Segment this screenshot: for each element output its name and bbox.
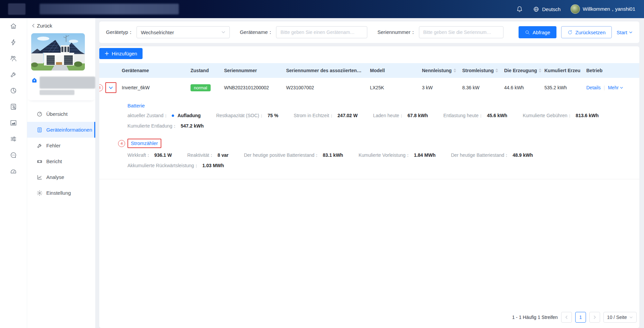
- user-menu[interactable]: Willkommen，yanshi01: [571, 4, 635, 14]
- topbar: Deutsch Willkommen，yanshi01: [0, 0, 644, 18]
- rail-statistics-button[interactable]: [10, 87, 17, 94]
- battery-section-link[interactable]: Batterie: [127, 103, 631, 108]
- pagination: 1 - 1 Häufig 1 Streifen 1 10 / Seite: [99, 312, 639, 328]
- rail-inspection-button[interactable]: [10, 103, 17, 110]
- stat-restkapazitaet: Restkapazität (SOC)： 75 %: [216, 113, 278, 119]
- annotation-box-expand: [105, 82, 116, 93]
- details-link[interactable]: Details: [586, 85, 601, 90]
- column-header-geraetename: Gerätename: [119, 68, 188, 73]
- sidebar-item-bericht[interactable]: Bericht: [27, 153, 95, 169]
- annotation-box-meter: Stromzähler: [127, 139, 161, 148]
- language-selector[interactable]: Deutsch: [533, 6, 560, 12]
- stat-wirkkraft: Wirkkraft： 936.1 W: [127, 152, 172, 158]
- sidebar-item-label: Fehler: [46, 143, 61, 148]
- team-icon: [10, 55, 17, 62]
- analysis-icon: [37, 174, 43, 180]
- serial-input[interactable]: [419, 26, 503, 38]
- device-type-select[interactable]: Wechselrichter: [137, 26, 230, 38]
- add-label: Hinzufügen: [112, 51, 137, 56]
- add-device-button[interactable]: Hinzufügen: [99, 48, 143, 59]
- device-type-label: Gerätetyp：: [106, 29, 133, 36]
- chevron-right-icon: [593, 315, 596, 319]
- main-content: Gerätetyp： Wechselrichter Gerätename： Se…: [95, 18, 644, 328]
- gear-icon: [37, 190, 43, 196]
- battery-stats-row-2: Kumulierte Entladung： 547.2 kWh: [127, 123, 631, 129]
- chevron-left-icon: [565, 315, 568, 319]
- rail-messages-button[interactable]: [10, 151, 17, 159]
- tools-icon: [10, 71, 17, 78]
- battery-stats-row-1: aktueller Zustand： Aufladung Restkapazit…: [127, 113, 631, 119]
- expanded-detail-panel: Batterie aktueller Zustand： Aufladung Re…: [99, 97, 639, 179]
- rail-chart-button[interactable]: [10, 119, 17, 127]
- pagination-total: 1 - 1 Häufig 1 Streifen: [512, 315, 558, 320]
- sort-icon: [495, 68, 498, 73]
- status-badge: normal: [191, 84, 211, 91]
- notifications-button[interactable]: [516, 6, 523, 12]
- sidebar-item-label: Analyse: [46, 174, 64, 180]
- annotation-circle-4: 4: [118, 140, 125, 147]
- column-header-nennleistung[interactable]: Nennleistung: [419, 68, 460, 73]
- inspection-icon: [10, 103, 17, 110]
- chart-icon: [10, 119, 17, 127]
- icon-rail: [0, 18, 27, 328]
- rail-team-button[interactable]: [10, 55, 17, 62]
- refresh-icon: [568, 30, 573, 35]
- column-header-assoz-seriennummer: Seriennummer des assoziierten…: [283, 68, 367, 73]
- topbar-right: Deutsch Willkommen，yanshi01: [516, 4, 635, 14]
- stat-reaktivitaet: Reaktivität： 8 var: [187, 152, 228, 158]
- back-button[interactable]: Zurück: [32, 23, 95, 29]
- sidebar-item-analyse[interactable]: Analyse: [27, 169, 95, 185]
- column-header-die-erzeugung[interactable]: Die Erzeugung: [501, 68, 542, 73]
- stat-rueckwaertsleistung: Akkumulierte Rückwärtsleistung： 1.03 MWh: [127, 163, 224, 169]
- expand-row-button[interactable]: [109, 86, 113, 89]
- reset-label: Zurücksetzen: [575, 30, 605, 35]
- list-icon: [37, 127, 43, 133]
- energy-icon: [10, 39, 17, 46]
- rail-tools-button[interactable]: [10, 71, 17, 78]
- sidebar-menu: Übersicht Geräteinformationen Fehler Ber…: [27, 106, 95, 201]
- column-header-betrieb: Betrieb: [584, 68, 639, 73]
- reset-button[interactable]: Zurücksetzen: [561, 26, 612, 38]
- sidebar-item-einstellung[interactable]: Einstellung: [27, 185, 95, 201]
- page-number-button[interactable]: 1: [575, 312, 586, 323]
- column-header-stromleistung[interactable]: Stromleistung: [460, 68, 501, 73]
- more-dropdown[interactable]: Mehr: [608, 85, 623, 90]
- column-header-kumuliert-erzeugung[interactable]: Kumuliert Erzeu: [542, 68, 584, 73]
- rail-controls-button[interactable]: [10, 135, 17, 143]
- meter-section-link[interactable]: Stromzähler: [131, 140, 158, 146]
- chevron-down-icon: [221, 31, 225, 34]
- device-name-cell: Inverter_6kW: [119, 85, 188, 90]
- prev-page-button[interactable]: [561, 312, 572, 323]
- sidebar-item-fehler[interactable]: Fehler: [27, 138, 95, 153]
- bell-icon: [516, 6, 523, 12]
- query-button[interactable]: Abfrage: [519, 26, 557, 38]
- chevron-left-icon: [32, 24, 35, 28]
- stat-strom-echtzeit: Strom in Echtzeit： 247.02 W: [294, 113, 358, 119]
- assoc-serial-cell: W231007002: [283, 85, 367, 90]
- start-dropdown[interactable]: Start: [616, 30, 633, 35]
- rail-energy-button[interactable]: [10, 39, 17, 46]
- start-label: Start: [616, 30, 627, 35]
- rail-dashboard-button[interactable]: [10, 168, 17, 175]
- sidebar-item-geraeteinformationen[interactable]: Geräteinformationen: [27, 122, 95, 138]
- column-header-modell: Modell: [367, 68, 419, 73]
- dashboard-icon: [10, 168, 17, 175]
- sidebar-item-label: Bericht: [46, 158, 62, 164]
- expand-cell: 3: [99, 82, 119, 93]
- filter-bar: Gerätetyp： Wechselrichter Gerätename： Se…: [99, 21, 639, 43]
- device-name-input[interactable]: [276, 26, 367, 38]
- sidebar-item-uebersicht[interactable]: Übersicht: [27, 106, 95, 122]
- meter-section-head: 4 Stromzähler: [127, 139, 631, 148]
- column-header-zustand: Zustand: [188, 68, 221, 73]
- rail-home-button[interactable]: [10, 22, 17, 30]
- avatar: [571, 4, 580, 14]
- page-size-select[interactable]: 10 / Seite: [603, 312, 637, 323]
- station-info: [31, 77, 95, 95]
- meter-stats-row-2: Akkumulierte Rückwärtsleistung： 1.03 MWh: [127, 163, 631, 169]
- device-table-card: Hinzufügen Gerätename Zustand Seriennumm…: [99, 46, 639, 328]
- next-page-button[interactable]: [589, 312, 600, 323]
- language-icon: [533, 6, 539, 12]
- annotation-circle-3: 3: [99, 84, 103, 91]
- logo-redacted: [8, 3, 25, 15]
- stat-laden-heute: Laden heute： 67.8 kWh: [373, 113, 428, 119]
